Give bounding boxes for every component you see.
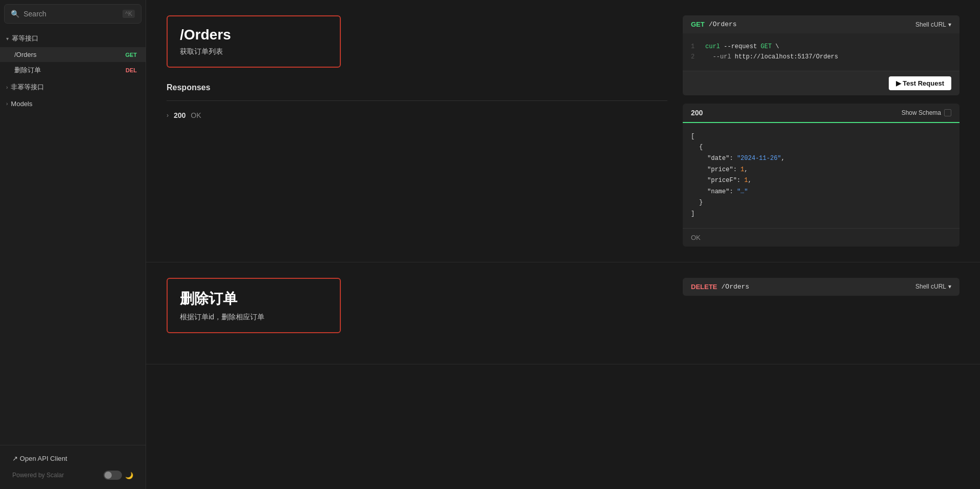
curl-panel-header: GET /Orders Shell cURL ▾ [683, 15, 959, 33]
test-request-button[interactable]: ▶ Test Request [889, 76, 951, 90]
sidebar-item-delete-order[interactable]: 删除订单 DEL [0, 62, 146, 78]
response-divider [167, 100, 667, 101]
schema-checkbox[interactable] [944, 109, 951, 116]
code-url: http://localhost:5137/Orders [735, 53, 839, 60]
code-line-1: 1 curl --request GET \ [691, 42, 951, 52]
nav-item-label: /Orders [14, 51, 36, 58]
code-flag: --request [724, 43, 761, 50]
show-schema-button[interactable]: Show Schema [902, 109, 951, 116]
response-panel: 200 Show Schema [ { "date": "2024-11-26"… [683, 104, 959, 247]
delete-shell-select[interactable]: Shell cURL ▾ [915, 283, 951, 290]
chevron-down-icon: ▾ [948, 21, 951, 28]
delete-panel-header: DELETE /Orders Shell cURL ▾ [683, 278, 959, 296]
delete-orders-right-panel: DELETE /Orders Shell cURL ▾ [683, 278, 959, 349]
responses-section: Responses › 200 OK [167, 83, 667, 121]
open-api-client-button[interactable]: ↗ Open API Client [6, 451, 139, 466]
nav-group-weideng[interactable]: ▾ 幂等接口 [0, 30, 146, 47]
delete-method-url: DELETE /Orders [691, 283, 749, 291]
search-label: Search [24, 10, 118, 18]
json-close-array: ] [691, 209, 951, 220]
code-indent: --url [705, 53, 735, 60]
method-del-badge: DEL [123, 67, 139, 74]
json-object-open: { [691, 142, 951, 153]
response-200-item[interactable]: › 200 OK [167, 109, 667, 121]
code-curl: curl [705, 43, 720, 50]
code-content: curl --request GET \ [705, 42, 779, 52]
json-price: "price": 1, [691, 165, 951, 176]
json-object-close: } [691, 197, 951, 209]
curl-panel: GET /Orders Shell cURL ▾ 1 curl --reques… [683, 15, 959, 95]
delete-method-label: DELETE [691, 283, 717, 291]
delete-orders-title: 删除订单 [180, 289, 328, 309]
get-orders-card: /Orders 获取订单列表 [167, 15, 341, 68]
chevron-right-icon: › [6, 101, 8, 107]
method-url: GET /Orders [691, 21, 737, 28]
code-backslash: \ [775, 43, 779, 50]
responses-label: Responses [167, 83, 667, 92]
show-schema-label: Show Schema [902, 109, 941, 116]
response-code: 200 [174, 111, 186, 119]
chevron-down-icon: ▾ [6, 36, 9, 42]
json-date: "date": "2024-11-26", [691, 153, 951, 165]
line-num: 2 [691, 52, 697, 62]
chevron-right-icon: › [167, 112, 169, 119]
get-orders-right-panel: GET /Orders Shell cURL ▾ 1 curl --reques… [683, 15, 959, 247]
code-method: GET [761, 43, 772, 50]
shell-label: Shell cURL [915, 21, 946, 28]
delete-shell-label: Shell cURL [915, 283, 946, 290]
search-icon: 🔍 [11, 10, 19, 18]
delete-endpoint-left: 删除订单 根据订单id，删除相应订单 [167, 278, 667, 349]
open-api-client-label: ↗ Open API Client [12, 455, 67, 462]
sidebar-footer: ↗ Open API Client Powered by Scalar 🌙 [0, 445, 146, 489]
powered-by: Powered by Scalar 🌙 [6, 466, 139, 484]
nav-group-label: 幂等接口 [12, 34, 38, 43]
chevron-right-icon: › [6, 85, 8, 90]
main-content: /Orders 获取订单列表 Responses › 200 OK GET [146, 0, 980, 489]
nav-group-models[interactable]: › Models [0, 96, 146, 112]
json-response-body: [ { "date": "2024-11-26", "price": 1, "p… [683, 123, 959, 228]
nav-group-label: 非幂等接口 [11, 83, 44, 92]
nav-group-feiweideng[interactable]: › 非幂等接口 [0, 78, 146, 96]
nav-item-label: 删除订单 [14, 66, 41, 75]
method-get-badge: GET [122, 51, 139, 58]
response-code-label: 200 [691, 109, 703, 117]
line-num: 1 [691, 42, 697, 52]
delete-orders-card: 删除订单 根据订单id，删除相应订单 [167, 278, 341, 333]
sidebar-item-orders-get[interactable]: /Orders GET [0, 47, 146, 62]
moon-icon: 🌙 [125, 472, 133, 479]
test-request-row: ▶ Test Request [683, 71, 959, 95]
code-line-2: 2 --url http://localhost:5137/Orders [691, 52, 951, 62]
search-bar[interactable]: 🔍 Search ^K [4, 4, 141, 24]
delete-orders-section: 删除订单 根据订单id，删除相应订单 DELETE /Orders Shell … [146, 262, 980, 364]
theme-toggle[interactable] [104, 471, 122, 480]
get-orders-desc: 获取订单列表 [180, 47, 328, 56]
code-content: --url http://localhost:5137/Orders [705, 52, 838, 62]
json-open-array: [ [691, 131, 951, 142]
sidebar: 🔍 Search ^K ▾ 幂等接口 /Orders GET 删除订单 DEL … [0, 0, 146, 489]
shell-select[interactable]: Shell cURL ▾ [915, 21, 951, 28]
search-shortcut: ^K [122, 10, 135, 18]
get-orders-section: /Orders 获取订单列表 Responses › 200 OK GET [146, 0, 980, 262]
curl-code-body: 1 curl --request GET \ 2 --url http:/ [683, 33, 959, 71]
response-panel-header: 200 Show Schema [683, 104, 959, 123]
json-name: "name": "…" [691, 187, 951, 198]
response-ok-label: OK [683, 228, 959, 247]
chevron-down-icon: ▾ [948, 283, 951, 290]
endpoint-left: /Orders 获取订单列表 Responses › 200 OK [167, 15, 667, 247]
delete-url-text: /Orders [721, 283, 749, 291]
get-orders-title: /Orders [180, 27, 328, 43]
url-text: /Orders [709, 21, 737, 28]
response-status: OK [191, 111, 201, 119]
json-pricef: "priceF": 1, [691, 175, 951, 187]
powered-by-label: Powered by Scalar [12, 472, 64, 479]
theme-toggle-wrap: 🌙 [104, 471, 133, 480]
delete-orders-desc: 根据订单id，删除相应订单 [180, 313, 328, 322]
nav-group-label: Models [11, 100, 32, 108]
delete-curl-panel: DELETE /Orders Shell cURL ▾ [683, 278, 959, 296]
nav-section: ▾ 幂等接口 /Orders GET 删除订单 DEL › 非幂等接口 › Mo… [0, 28, 146, 114]
toggle-knob [105, 472, 112, 479]
method-label: GET [691, 21, 705, 28]
